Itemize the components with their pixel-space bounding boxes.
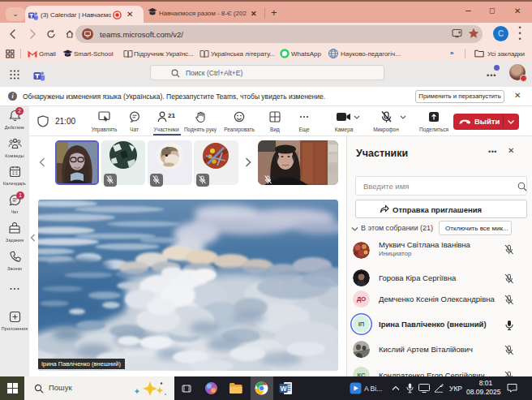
svg-text:21: 21	[168, 112, 175, 119]
svg-text:W: W	[280, 385, 287, 393]
